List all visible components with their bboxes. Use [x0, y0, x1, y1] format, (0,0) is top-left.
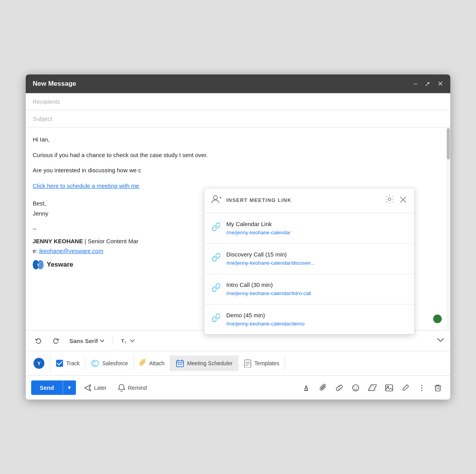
attach-button[interactable]: Attach [134, 356, 171, 371]
templates-label: Templates [254, 360, 279, 366]
svg-rect-35 [435, 386, 440, 391]
undo-button[interactable] [31, 335, 46, 347]
meeting-item-1[interactable]: Discovery Call (15 min) /me/jenny-keohan… [205, 244, 414, 274]
meeting-item-name-0: My Calendar Link [226, 219, 291, 229]
attach-icon [139, 359, 146, 368]
titlebar: New Message − ➚ ✕ [26, 74, 450, 93]
meeting-item-2[interactable]: Intro Call (30 min) /me/jenny-keohane-ca… [205, 274, 414, 304]
settings-icon[interactable] [385, 195, 394, 207]
send-button-group: Send ▼ [31, 380, 76, 395]
link-button[interactable] [332, 381, 347, 395]
paperclip-button[interactable] [316, 381, 330, 395]
svg-text:T: T [125, 341, 127, 345]
font-size-button[interactable]: T T [117, 334, 139, 347]
svg-rect-13 [176, 361, 183, 367]
bell-icon [118, 384, 125, 392]
action-bar: Y Track Salesforce Attach [26, 351, 450, 375]
font-family-label: Sans Serif [69, 338, 98, 344]
image-button[interactable] [382, 381, 397, 394]
popup-close-icon[interactable] [399, 195, 407, 207]
meeting-item-url-3: /me/jenny-keohane-calendar/demo [226, 320, 305, 328]
sig-email-label: e: [33, 248, 39, 254]
svg-marker-29 [369, 385, 376, 391]
sig-name: JENNY KEOHANE [33, 238, 83, 244]
meeting-item-name-3: Demo (45 min) [226, 311, 305, 320]
svg-point-32 [421, 385, 423, 386]
close-icon[interactable]: ✕ [437, 80, 443, 87]
text-underline-icon: A [303, 384, 311, 392]
send-bar: Send ▼ Later Remind A [26, 375, 450, 400]
font-size-icon: T T [121, 337, 129, 345]
meeting-item-3[interactable]: Demo (45 min) /me/jenny-keohane-calendar… [205, 304, 414, 334]
svg-text:A: A [304, 384, 308, 391]
meeting-item-url-2: /me/jenny-keohane-calendar/intro-call [226, 290, 311, 298]
pen-button[interactable] [398, 381, 413, 395]
toolbar-divider-1 [113, 336, 113, 345]
svg-rect-17 [178, 364, 179, 365]
person-add-icon [212, 194, 222, 207]
meeting-item-0[interactable]: My Calendar Link /me/jenny-keohane-calen… [205, 213, 414, 244]
popup-header: INSERT MEETING LINK [205, 188, 414, 213]
redo-button[interactable] [48, 335, 63, 347]
emoji-icon [352, 384, 360, 392]
meeting-item-url-0: /me/jenny-keohane-calendar [226, 229, 291, 237]
chevron-down-icon-2 [130, 338, 135, 343]
track-button[interactable]: Track [50, 356, 85, 371]
link-icon-3 [212, 312, 220, 326]
templates-button[interactable]: Templates [238, 356, 285, 371]
sig-email[interactable]: jkeohane@yesware.com [39, 248, 103, 254]
later-label: Later [94, 385, 107, 391]
meeting-item-info-0: My Calendar Link /me/jenny-keohane-calen… [226, 219, 291, 237]
delete-button[interactable] [431, 381, 445, 395]
compose-window: New Message − ➚ ✕ Recipients Subject Hi … [26, 74, 450, 400]
send-dropdown-button[interactable]: ▼ [63, 380, 76, 395]
send-later-icon [84, 384, 92, 391]
attach-label: Attach [149, 360, 165, 366]
svg-point-3 [213, 196, 217, 200]
salesforce-button[interactable]: Salesforce [85, 356, 134, 370]
subject-field[interactable]: Subject [26, 110, 450, 127]
window-controls: − ➚ ✕ [413, 80, 443, 87]
link-icon-0 [212, 221, 220, 235]
meeting-scheduler-label: Meeting Scheduler [187, 360, 233, 366]
chevron-down-icon [99, 338, 105, 343]
minimize-icon[interactable]: − [413, 80, 418, 87]
later-button[interactable]: Later [80, 381, 111, 394]
calendar-icon [176, 359, 184, 368]
yesware-button[interactable]: Y [31, 354, 50, 372]
yesware-y-icon: Y [33, 358, 44, 369]
text-format-button[interactable]: A [300, 381, 315, 395]
templates-icon [244, 359, 252, 368]
remind-label: Remind [128, 385, 146, 391]
body-line2: Are you interested in discussing how we … [33, 165, 443, 175]
recipients-field[interactable]: Recipients [26, 93, 450, 110]
send-button[interactable]: Send [31, 380, 63, 395]
svg-rect-30 [386, 385, 393, 391]
subject-placeholder: Subject [33, 115, 52, 122]
more-options-btn[interactable] [436, 336, 445, 346]
body-line2-prefix: Are you interested in discussing how we … [33, 167, 141, 173]
greeting: Hi Ian, [33, 134, 443, 145]
emoji-button[interactable] [348, 381, 363, 395]
scrollbar[interactable] [446, 127, 450, 330]
drive-button[interactable] [365, 381, 380, 395]
svg-marker-28 [368, 385, 377, 391]
font-family-dropdown[interactable]: Sans Serif [65, 335, 109, 347]
remind-button[interactable]: Remind [114, 381, 150, 395]
svg-point-27 [356, 387, 357, 387]
svg-text:Y: Y [37, 263, 40, 267]
company-name: Yesware [47, 259, 73, 271]
drive-icon [368, 384, 377, 392]
track-label: Track [66, 360, 79, 366]
redo-icon [52, 337, 59, 344]
yesware-logo-icon: Y [33, 260, 44, 269]
maximize-icon[interactable]: ➚ [425, 80, 430, 87]
image-icon [385, 384, 393, 391]
schedule-link[interactable]: Click here to schedule a meeting with me [33, 182, 139, 189]
meeting-scheduler-button[interactable]: Meeting Scheduler [170, 356, 238, 371]
body-line1: Curious if you had a chance to check out… [33, 150, 443, 160]
window-title: New Message [33, 80, 76, 88]
more-options-button[interactable] [414, 381, 429, 395]
body-area[interactable]: Hi Ian, Curious if you had a chance to c… [26, 127, 450, 330]
svg-point-33 [421, 387, 423, 388]
